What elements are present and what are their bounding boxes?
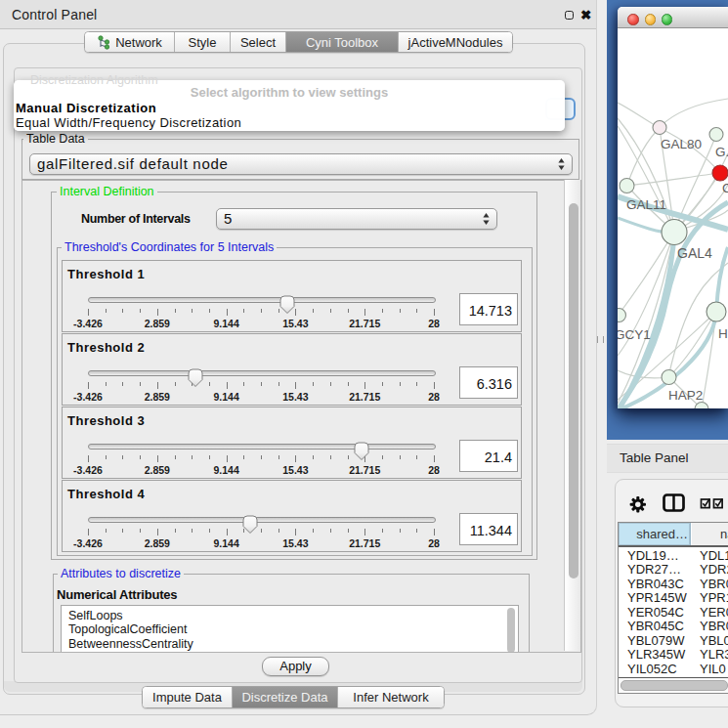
svg-text:GAL80: GAL80	[661, 137, 702, 151]
svg-text:GCY1: GCY1	[618, 327, 651, 342]
svg-text:GAL11: GAL11	[626, 197, 666, 212]
svg-text:C: C	[722, 181, 728, 195]
svg-text:HI: HI	[718, 326, 728, 341]
svg-text:GAL4: GAL4	[677, 245, 712, 261]
svg-text:G.: G.	[715, 145, 728, 159]
svg-text:HAP2: HAP2	[668, 388, 703, 403]
